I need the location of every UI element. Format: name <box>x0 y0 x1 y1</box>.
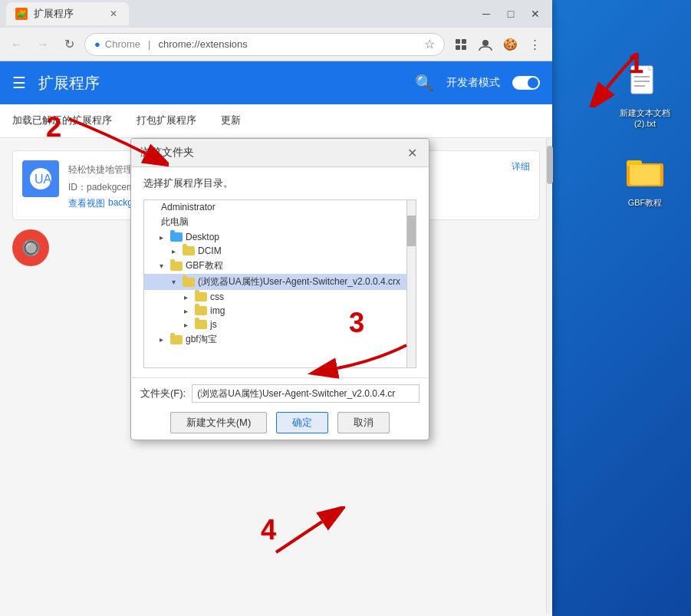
user-account-button[interactable] <box>474 33 497 56</box>
folder-icon-gbf-taobao <box>170 335 183 344</box>
close-button[interactable]: ✕ <box>525 5 546 22</box>
view-view-link[interactable]: 查看视图 <box>68 197 105 210</box>
scrollbar-thumb[interactable] <box>547 146 553 184</box>
folder-icon-css <box>195 292 207 301</box>
dialog-subtitle: 选择扩展程序目录。 <box>143 176 416 190</box>
ext-detail-button[interactable]: 详细 <box>512 160 530 173</box>
tree-item-dcim[interactable]: ▸DCIM <box>144 244 416 258</box>
folder-icon-desktop <box>170 232 183 242</box>
folder-icon-img <box>195 306 207 315</box>
tree-scrollbar-thumb <box>407 216 416 246</box>
folder-icon-js <box>195 320 207 329</box>
hamburger-menu-icon[interactable]: ☰ <box>12 74 26 92</box>
tree-item-this-pc[interactable]: 此电脑 <box>144 214 416 230</box>
menu-button[interactable]: ⋮ <box>523 33 546 56</box>
filepath-row: 文件夹(F): <box>140 384 420 403</box>
extensions-button[interactable] <box>449 33 472 56</box>
extensions-toolbar: 加载已解压的扩展程序 打包扩展程序 更新 <box>0 104 552 138</box>
txt-file-icon <box>627 61 663 104</box>
cookie-extension-button[interactable]: 🍪 <box>499 33 522 56</box>
desktop-icon-txt[interactable]: 新建文本文档(2).txt <box>614 61 676 128</box>
maximize-button[interactable]: □ <box>500 5 522 22</box>
tree-chevron: ▸ <box>172 247 179 255</box>
dialog-titlebar: 浏览文件夹 ✕ <box>131 139 429 167</box>
folder-icon-desktop <box>627 151 663 194</box>
update-button[interactable]: 更新 <box>221 107 241 135</box>
tree-item-gbf-taobao[interactable]: ▸gbf淘宝 <box>144 331 416 348</box>
extensions-header: ☰ 扩展程序 🔍 开发者模式 <box>0 61 552 104</box>
tree-chevron: ▾ <box>160 262 167 270</box>
tab-close-button[interactable]: ✕ <box>107 8 120 20</box>
filepath-input[interactable] <box>192 384 420 403</box>
svg-rect-8 <box>456 39 460 44</box>
cancel-button[interactable]: 取消 <box>337 412 390 433</box>
dialog-buttons: 新建文件夹(M) 确定 取消 <box>140 412 420 433</box>
back-button[interactable]: ← <box>6 34 28 55</box>
dialog-body: 选择扩展程序目录。 Administrator此电脑▸Desktop▸DCIM▾… <box>131 167 429 377</box>
search-icon[interactable]: 🔍 <box>415 74 434 92</box>
tab-favicon: 🧩 <box>15 8 28 20</box>
desktop-icons: 新建文本文档(2).txt GBF教程 <box>614 61 676 209</box>
svg-rect-9 <box>462 39 466 44</box>
svg-point-12 <box>482 40 489 46</box>
bookmark-icon[interactable]: ☆ <box>424 37 435 51</box>
svg-rect-10 <box>456 45 460 50</box>
txt-file-label: 新建文本文档(2).txt <box>614 107 676 128</box>
confirm-button[interactable]: 确定 <box>276 412 328 433</box>
load-unpacked-button[interactable]: 加载已解压的扩展程序 <box>12 107 112 135</box>
dialog-title: 浏览文件夹 <box>140 146 194 160</box>
browser-tab[interactable]: 🧩 扩展程序 ✕ <box>6 2 129 25</box>
dialog-close-button[interactable]: ✕ <box>404 145 420 160</box>
tab-label: 扩展程序 <box>34 7 74 21</box>
folder-icon-ua-switcher <box>183 278 195 287</box>
folder-gbf-label: GBF教程 <box>628 197 663 209</box>
tree-item-js[interactable]: ▸js <box>144 318 416 331</box>
dev-mode-label: 开发者模式 <box>446 76 500 90</box>
tree-item-img[interactable]: ▸img <box>144 304 416 318</box>
tree-item-gbf-tutorial[interactable]: ▾GBF教程 <box>144 258 416 274</box>
tree-label-css: css <box>210 292 224 302</box>
tree-chevron: ▸ <box>184 293 192 301</box>
tree-label-gbf-taobao: gbf淘宝 <box>186 333 217 346</box>
svg-text:UA: UA <box>35 173 52 186</box>
tree-scrollbar[interactable] <box>406 200 416 367</box>
lock-icon: ● <box>94 38 100 50</box>
tree-label-js: js <box>210 319 217 330</box>
tree-label-administrator: Administrator <box>161 202 216 212</box>
svg-rect-7 <box>630 165 660 185</box>
svg-rect-11 <box>462 45 466 50</box>
tree-label-dcim: DCIM <box>198 245 222 256</box>
folder-icon-dcim <box>183 246 195 255</box>
tree-item-administrator[interactable]: Administrator <box>144 200 416 214</box>
tree-label-gbf-tutorial: GBF教程 <box>186 259 223 272</box>
page-scrollbar[interactable] <box>546 138 552 614</box>
forward-button[interactable]: → <box>32 34 54 55</box>
url-bar[interactable]: ● Chrome | chrome://extensions ☆ <box>84 33 445 56</box>
url-prefix: Chrome <box>105 38 140 50</box>
ext-icon-2: 🔘 <box>12 229 49 266</box>
toggle-knob <box>528 77 538 88</box>
tree-item-ua-switcher[interactable]: ▾(浏览器UA属性)User-Agent-Switcher_v2.0.0.4.c… <box>144 274 416 290</box>
tree-chevron: ▸ <box>160 335 167 344</box>
minimize-button[interactable]: ─ <box>475 5 497 22</box>
tree-item-desktop[interactable]: ▸Desktop <box>144 230 416 244</box>
tree-label-desktop: Desktop <box>186 232 219 242</box>
tree-label-ua-switcher: (浏览器UA属性)User-Agent-Switcher_v2.0.0.4.cr… <box>198 275 400 288</box>
tree-chevron: ▸ <box>184 307 192 315</box>
tree-label-img: img <box>210 305 225 316</box>
desktop-icon-folder[interactable]: GBF教程 <box>614 151 676 209</box>
tree-chevron: ▾ <box>172 278 179 286</box>
dev-mode-toggle[interactable] <box>512 76 540 90</box>
tree-chevron: ▸ <box>160 233 167 242</box>
new-folder-button[interactable]: 新建文件夹(M) <box>170 412 268 433</box>
reload-button[interactable]: ↻ <box>58 34 80 55</box>
address-bar: ← → ↻ ● Chrome | chrome://extensions ☆ <box>0 28 552 61</box>
file-tree[interactable]: Administrator此电脑▸Desktop▸DCIM▾GBF教程▾(浏览器… <box>143 199 416 368</box>
extensions-title: 扩展程序 <box>38 73 100 94</box>
pack-extension-button[interactable]: 打包扩展程序 <box>137 107 196 135</box>
tree-chevron: ▸ <box>184 321 192 329</box>
header-actions: 🔍 开发者模式 <box>415 74 540 92</box>
tree-item-css[interactable]: ▸css <box>144 290 416 304</box>
window-controls: ─ □ ✕ <box>475 5 546 22</box>
ext-icon-1: UA <box>22 160 59 197</box>
